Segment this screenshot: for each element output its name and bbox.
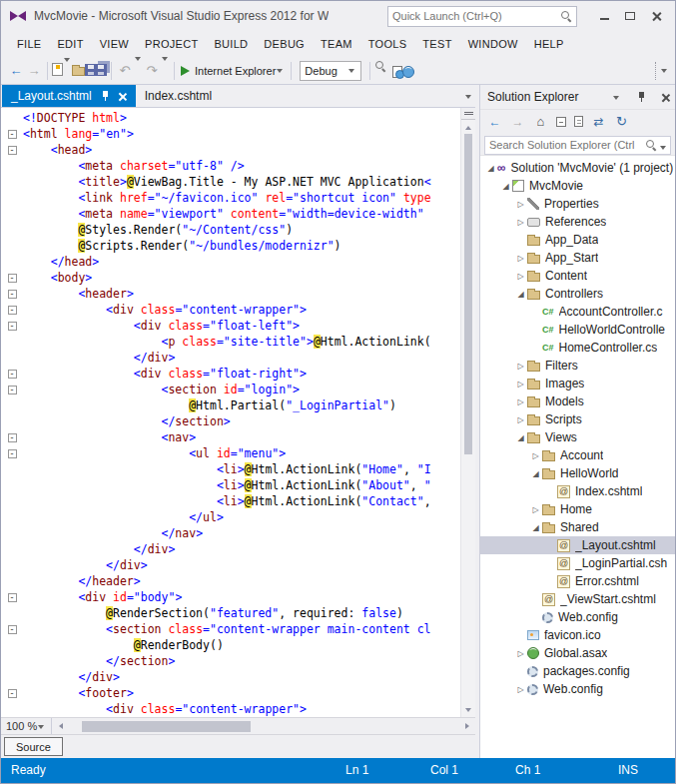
tab-index-cshtml[interactable]: Index.cshtml: [136, 85, 221, 107]
expander-icon[interactable]: ◢: [484, 164, 497, 173]
expander-icon[interactable]: ▷: [514, 415, 527, 424]
code-line[interactable]: @RenderBody(): [1, 637, 460, 653]
quick-launch-box[interactable]: [387, 6, 577, 27]
horizontal-scroll-track[interactable]: [80, 718, 447, 735]
scroll-up-arrow[interactable]: [461, 120, 475, 132]
refresh-icon[interactable]: [614, 114, 629, 129]
close-panel-icon[interactable]: [661, 93, 670, 102]
code-line[interactable]: - <body>: [1, 270, 460, 286]
tree-item-favicon-ico[interactable]: favicon.ico: [480, 626, 675, 644]
tree-item-web-config[interactable]: Web.config: [480, 608, 675, 626]
code-line[interactable]: @Styles.Render("~/Content/css"): [1, 222, 460, 238]
search-options-chevron-icon[interactable]: [660, 146, 666, 153]
tab-layout-cshtml[interactable]: _Layout.cshtml: [2, 85, 136, 107]
code-line[interactable]: </ul>: [1, 509, 460, 525]
window-position-chevron-icon[interactable]: [613, 96, 619, 103]
tree-item-properties[interactable]: ▷Properties: [480, 195, 675, 213]
tree-item-error-cshtml[interactable]: @Error.cshtml: [480, 572, 675, 590]
code-line[interactable]: <link href="~/favicon.ico" rel="shortcut…: [1, 190, 460, 206]
tree-item-views[interactable]: ◢Views: [480, 428, 675, 446]
tree-item-helloworld[interactable]: ◢HelloWorld: [480, 464, 675, 482]
expander-icon[interactable]: ▷: [514, 272, 527, 281]
code-line[interactable]: - <footer>: [1, 685, 460, 701]
code-line[interactable]: - <div class="float-left">: [1, 318, 460, 334]
code-line[interactable]: </head>: [1, 254, 460, 270]
tree-item-images[interactable]: ▷Images: [480, 375, 675, 392]
menu-team[interactable]: TEAM: [313, 31, 360, 57]
code-line[interactable]: </section>: [1, 413, 460, 429]
solution-explorer-header[interactable]: Solution Explorer: [480, 85, 675, 109]
browse-with-icon[interactable]: [402, 66, 414, 78]
page-inspector-icon[interactable]: [392, 66, 402, 78]
expander-icon[interactable]: ◢: [514, 433, 527, 442]
tree-item-index-cshtml[interactable]: @Index.cshtml: [480, 482, 675, 500]
menu-help[interactable]: HELP: [526, 31, 572, 57]
zoom-dropdown[interactable]: 100 %: [1, 718, 52, 735]
tab-list-chevron-icon[interactable]: [465, 95, 471, 102]
tree-item-packages-config[interactable]: packages.config: [480, 662, 675, 680]
chevron-down-icon[interactable]: [162, 57, 168, 81]
code-line[interactable]: </div>: [1, 350, 460, 366]
fold-collapse-icon[interactable]: -: [8, 625, 17, 634]
code-line[interactable]: <li>@Html.ActionLink("Home", "I: [1, 461, 460, 477]
code-line[interactable]: <li>@Html.ActionLink("About", ": [1, 477, 460, 493]
tree-item-controllers[interactable]: ◢Controllers: [480, 285, 675, 303]
find-in-files-icon[interactable]: [374, 60, 392, 78]
fold-collapse-icon[interactable]: -: [8, 370, 17, 379]
code-line[interactable]: <title>@ViewBag.Title - My ASP.NET MVC A…: [1, 174, 460, 190]
expander-icon[interactable]: ◢: [514, 290, 527, 299]
fold-collapse-icon[interactable]: -: [8, 146, 17, 155]
fold-collapse-icon[interactable]: -: [8, 449, 17, 458]
tree-item-web-config[interactable]: ▷Web.config: [480, 680, 675, 698]
code-line[interactable]: - <head>: [1, 142, 460, 158]
redo-icon[interactable]: [143, 62, 161, 80]
expander-icon[interactable]: ▷: [529, 505, 542, 514]
pin-icon[interactable]: [637, 92, 646, 103]
expander-icon[interactable]: ▷: [514, 218, 527, 227]
save-all-icon[interactable]: [95, 64, 107, 76]
code-line[interactable]: - <section id="login">: [1, 382, 460, 397]
code-line[interactable]: -<html lang="en">: [1, 126, 460, 142]
code-line[interactable]: </nav>: [1, 525, 460, 541]
vertical-scrollbar[interactable]: [460, 108, 475, 717]
navigate-backward-icon[interactable]: [487, 114, 502, 129]
tree-item-home[interactable]: ▷Home: [480, 500, 675, 518]
scroll-left-arrow[interactable]: [52, 723, 66, 729]
menu-test[interactable]: TEST: [414, 31, 459, 57]
menu-project[interactable]: PROJECT: [137, 31, 206, 57]
expander-icon[interactable]: ▷: [514, 397, 527, 406]
start-debugging-button[interactable]: Internet Explorer: [181, 65, 285, 77]
expander-icon[interactable]: ▷: [514, 200, 527, 209]
expander-icon[interactable]: ◢: [529, 469, 542, 478]
code-area[interactable]: <!DOCTYPE html>-<html lang="en">- <head>…: [1, 108, 460, 717]
vertical-scroll-track[interactable]: [461, 132, 475, 705]
code-line[interactable]: - <div id="body">: [1, 589, 460, 605]
toolbar-options-button[interactable]: [655, 62, 669, 80]
expander-icon[interactable]: ◢: [529, 523, 542, 532]
code-line[interactable]: <div class="content-wrapper">: [1, 701, 460, 717]
editor-split-handle[interactable]: [461, 108, 475, 120]
tree-item-content[interactable]: ▷Content: [480, 267, 675, 285]
tree-item-models[interactable]: ▷Models: [480, 392, 675, 410]
tree-item-scripts[interactable]: ▷Scripts: [480, 410, 675, 428]
code-line[interactable]: - <nav>: [1, 429, 460, 445]
fold-collapse-icon[interactable]: -: [8, 306, 17, 315]
menu-window[interactable]: WINDOW: [460, 31, 526, 57]
menu-file[interactable]: FILE: [9, 31, 49, 57]
code-line[interactable]: - <ul id="menu">: [1, 445, 460, 461]
code-line[interactable]: - <div class="float-right">: [1, 366, 460, 382]
code-line[interactable]: </section>: [1, 653, 460, 669]
expander-icon[interactable]: ◢: [499, 182, 512, 191]
code-line[interactable]: <li>@Html.ActionLink("Contact",: [1, 493, 460, 509]
tree-item-mvcmovie[interactable]: ◢MvcMovie: [480, 177, 675, 195]
code-line[interactable]: <p class="site-title">@Html.ActionLink(: [1, 334, 460, 350]
code-line[interactable]: </div>: [1, 541, 460, 557]
expander-icon[interactable]: ▷: [514, 380, 527, 389]
vertical-scroll-thumb[interactable]: [464, 134, 472, 454]
tree-item-app-start[interactable]: ▷App_Start: [480, 249, 675, 267]
show-all-files-icon[interactable]: [574, 116, 583, 127]
tree-item-loginpartial-csh[interactable]: @_LoginPartial.csh: [480, 554, 675, 572]
menu-debug[interactable]: DEBUG: [256, 31, 313, 57]
new-file-icon[interactable]: [52, 63, 63, 76]
tree-item-references[interactable]: ▷References: [480, 213, 675, 231]
